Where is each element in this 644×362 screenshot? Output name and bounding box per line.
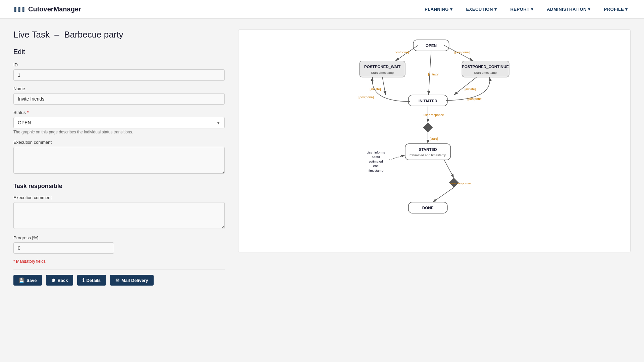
postponed-continue-state (462, 61, 509, 77)
logo[interactable]: ⫾⫾⫾ CutoverManager (13, 5, 81, 14)
exec-comment-input[interactable] (13, 147, 225, 174)
done-state-label: DONE (422, 205, 434, 210)
task-responsible-title: Task responsible (13, 183, 225, 190)
header: ⫾⫾⫾ CutoverManager PLANNING ▾ EXECUTION … (0, 0, 644, 19)
postponed-continue-sublabel: Start timestamp (474, 71, 497, 74)
page-title: Live Task – Barbecue party (13, 29, 225, 40)
progress-input-wrapper (13, 242, 114, 254)
logo-icon: ⫾⫾⫾ (13, 5, 25, 14)
svg-text:end: end (373, 164, 379, 168)
name-field-group: Name (13, 86, 225, 105)
exec-comment2-label: Execution comment (13, 195, 225, 200)
label-postpone-3: [postpone] (359, 95, 374, 99)
back-icon: ⊕ (51, 278, 55, 283)
initiated-state-label: INITIATED (419, 99, 437, 103)
decision-diamond-1 (423, 123, 433, 132)
label-initiate-1: [initiate] (428, 72, 439, 76)
back-button[interactable]: ⊕ Back (46, 275, 73, 286)
section-heading: Edit (13, 48, 225, 56)
postponed-wait-sublabel: Start timestamp (371, 71, 394, 74)
label-initiate-3: [initiate] (465, 87, 476, 91)
status-select-wrapper: OPEN INITIATED STARTED POSTPONED_WAIT PO… (13, 117, 225, 128)
arrow-user-informs (389, 155, 405, 160)
mandatory-note: * Mandatory fields (13, 259, 225, 264)
svg-text:estimated: estimated (369, 160, 383, 163)
status-select[interactable]: OPEN INITIATED STARTED POSTPONED_WAIT PO… (13, 117, 225, 128)
id-input[interactable] (13, 69, 225, 81)
left-panel: Live Task – Barbecue party Edit ID Name … (13, 29, 225, 286)
right-panel: OPEN POSTPONED_WAIT Start timestamp POST… (238, 29, 631, 286)
exec-comment-label: Execution comment (13, 140, 225, 145)
started-sublabel: Estimated end timestamp (410, 153, 446, 157)
postponed-continue-label: POSTPONED_CONTINUE (462, 64, 509, 69)
status-label: Status * (13, 110, 225, 115)
postponed-wait-label: POSTPONED_WAIT (364, 64, 400, 69)
label-start: [start] (430, 137, 438, 140)
app-title: CutoverManager (28, 5, 81, 13)
label-user-response-1: user response (423, 113, 444, 117)
user-informs-label: User informs (367, 150, 385, 154)
mail-delivery-button[interactable]: ✉ Mail Delivery (110, 275, 154, 286)
arrow-started-to-diamond2 (444, 160, 454, 178)
nav-profile[interactable]: PROFILE ▾ (601, 5, 631, 13)
main-nav: PLANNING ▾ EXECUTION ▾ REPORT ▾ ADMINIST… (422, 5, 631, 13)
mail-icon: ✉ (115, 278, 119, 283)
status-field-group: Status * OPEN INITIATED STARTED POSTPONE… (13, 110, 225, 134)
svg-text:timestamp: timestamp (368, 169, 383, 172)
progress-field-group: Progress [%] (13, 235, 225, 254)
exec-comment-group: Execution comment (13, 140, 225, 175)
status-required: * (27, 110, 29, 115)
arrow-pcontinue-to-initiated (454, 77, 477, 95)
started-state (405, 144, 451, 160)
exec-comment2-group: Execution comment (13, 195, 225, 230)
started-state-label: STARTED (419, 147, 437, 152)
nav-report[interactable]: REPORT ▾ (507, 5, 536, 13)
name-input[interactable] (13, 93, 225, 105)
nav-execution[interactable]: EXECUTION ▾ (463, 5, 499, 13)
status-hint: The graphic on this page describes the i… (13, 130, 225, 134)
save-icon: 💾 (19, 278, 24, 283)
progress-input[interactable] (13, 242, 114, 254)
label-postpone-1: [postpone] (394, 50, 409, 54)
action-buttons: 💾 Save ⊕ Back ℹ Details ✉ Mail Delivery (13, 269, 225, 286)
arrow-pwait-to-initiated (382, 77, 386, 95)
label-postpone-4: [postpone] (468, 97, 483, 101)
exec-comment2-input[interactable] (13, 202, 225, 229)
main-content: Live Task – Barbecue party Edit ID Name … (0, 19, 644, 296)
label-user-response-2: user response (450, 181, 471, 185)
arrow-diamond2-to-done (433, 187, 454, 202)
name-label: Name (13, 86, 225, 91)
open-state-label: OPEN (426, 43, 437, 48)
nav-planning[interactable]: PLANNING ▾ (422, 5, 455, 13)
details-icon: ℹ (83, 278, 84, 283)
id-label: ID (13, 62, 225, 67)
save-button[interactable]: 💾 Save (13, 275, 42, 286)
nav-administration[interactable]: ADMINISTRATION ▾ (544, 5, 593, 13)
postponed-wait-state (360, 61, 405, 77)
svg-text:about: about (372, 155, 380, 159)
progress-label: Progress [%] (13, 235, 225, 240)
id-field-group: ID (13, 62, 225, 81)
details-button[interactable]: ℹ Details (77, 275, 106, 286)
label-postpone-2: [postpone] (454, 50, 470, 54)
state-diagram-svg: OPEN POSTPONED_WAIT Start timestamp POST… (245, 37, 624, 244)
state-diagram-container: OPEN POSTPONED_WAIT Start timestamp POST… (238, 29, 631, 252)
